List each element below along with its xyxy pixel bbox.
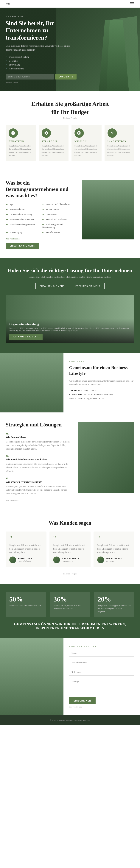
stat-box-3: 20% Sample text oder doppelklicken Sie, …: [94, 592, 134, 617]
stat-label-1: Stifter text. Click to select the text b…: [9, 604, 43, 607]
strategy-photo: [78, 422, 134, 493]
avatar-3: [97, 557, 104, 563]
solutions-desc: Sample text. Click to select the text bo…: [6, 276, 134, 278]
consulting-right: [82, 180, 134, 240]
card-strategie-title: STRATEGIE: [41, 140, 66, 143]
strategy-text-3: In einem ganz gewissen Sinn ist erstaunl…: [6, 485, 71, 495]
contact-form-label: KONTAKTIERE UNS: [69, 645, 134, 647]
stat-box-2: 36% Klicken Sie auf, um den Text zum Bea…: [50, 592, 90, 617]
cards-row: BERATUNG Sample text. Click to select th…: [6, 125, 134, 161]
logo: logo: [6, 2, 10, 5]
contact-desc: Wir sind hier, um zu geschäftlichen Anfo…: [69, 379, 134, 386]
list-item-3: 03.Lernen und Entwicklung: [6, 212, 38, 217]
money-icon: [11, 131, 16, 135]
hero-check-1: Organisationsberatung: [6, 56, 77, 58]
consulting-left: Was ist ein Beratungsunternehmen und was…: [6, 180, 75, 249]
hero-check-2: Coaching: [6, 60, 77, 62]
form-message-input[interactable]: [69, 678, 134, 693]
section-great: Erhalten Sie großartige Arbeit für Ihr B…: [0, 91, 140, 170]
testimonial-author-2: NAT REYNOLDS Hauptaktionär: [53, 557, 87, 563]
consulting-title: Was ist ein Beratungsunternehmen und was…: [6, 180, 75, 198]
contact-form-section: KONTAKTIERE UNS EINSCHICKEN Bild von Fre…: [63, 638, 140, 715]
hero-bottom-person: [0, 638, 63, 715]
testimonial-info-1: SASHA GREY Geschäftsführer: [18, 557, 32, 562]
stats-bottom: GEMEINSAM KÖNNEN WIR IHR UNTERNEHMEN ENT…: [6, 622, 134, 630]
testimonial-author-3: BOB ROBERTS Verkäufer: [97, 557, 131, 563]
list-item-7: 07.Fusionen und Übernahmen: [42, 202, 75, 207]
contact-address: STANDORT: 75 STREET SAMPLE, WI 63025: [69, 393, 134, 396]
gear-icon: [44, 131, 49, 135]
strategy-item-2: 02. Wir entwickeln Konzepte zum Leben In…: [6, 455, 71, 473]
section-stats: 50% Stifter text. Click to select the te…: [0, 584, 140, 638]
footer: © 2024 Business Consulting. All rights r…: [0, 715, 140, 725]
card-investition-text: Sample text. Click to select the text bo…: [108, 144, 132, 157]
testimonial-text-1: Sample text. Click to select the text bo…: [9, 544, 43, 554]
strategies-title: Strategien und Lösungen: [6, 422, 71, 428]
card-investition: INVESTITION Sample text. Click to select…: [105, 125, 135, 161]
navbar: logo: [0, 0, 140, 8]
hero-check-3: Entwicklung: [6, 63, 77, 66]
section-consulting: Was ist ein Beratungsunternehmen und was…: [0, 170, 140, 258]
team-btn[interactable]: ERFAHREN SIE MEHR: [9, 334, 43, 340]
contact-title: Gemeinsam für einen Business-Lifestyle: [69, 365, 134, 376]
form-submit-button[interactable]: EINSCHICKEN: [69, 697, 95, 704]
list-item-1: 01.Agi: [6, 202, 38, 207]
strategies-attribution: Alle von Freepik: [6, 499, 71, 501]
section-hero-bottom: KONTAKTIERE UNS EINSCHICKEN Bild von Fre…: [0, 638, 140, 715]
card-mission-text: Sample text. Click to select the text bo…: [75, 144, 99, 157]
testimonial-role-3: Verkäufer: [106, 560, 122, 562]
list-item-12: 12.Transformation: [42, 230, 75, 235]
stat-num-2: 36%: [54, 595, 87, 603]
strategy-title-2: Wir entwickeln Konzepte zum Leben: [6, 458, 71, 461]
strategy-title-3: Wir schaffen effiziente Resultate: [6, 480, 71, 484]
strategy-num-1: 01.: [6, 432, 71, 435]
testimonial-info-2: NAT REYNOLDS Hauptaktionär: [62, 557, 79, 562]
form-name-input[interactable]: [69, 650, 134, 656]
testimonial-author-1: SASHA GREY Geschäftsführer: [9, 557, 43, 563]
menu-bar: [130, 5, 134, 5]
investition-icon: [108, 128, 117, 138]
hero-attribution: Bild von Freepik: [6, 81, 77, 84]
strategies-right: [78, 422, 134, 501]
hero-email-input[interactable]: [6, 74, 54, 80]
quote-mark-2: ": [53, 535, 87, 542]
stat-box-1: 50% Stifter text. Click to select the te…: [6, 592, 46, 617]
great-title-1: Erhalten Sie großartige Arbeit: [6, 100, 134, 107]
testimonial-info-3: BOB ROBERTS Verkäufer: [106, 557, 122, 562]
stats-bottom-text: GEMEINSAM KÖNNEN WIR IHR UNTERNEHMEN ENT…: [6, 622, 134, 630]
strategy-num-2: 02.: [6, 455, 71, 458]
menu-bar: [130, 4, 134, 4]
testimonial-1: " Sample text. Click to select the text …: [6, 531, 47, 567]
footer-text: © 2024 Business Consulting. All rights r…: [6, 719, 134, 721]
form-email-input[interactable]: [69, 659, 134, 666]
card-mission-title: MISSION: [75, 140, 99, 143]
testimonial-role-1: Geschäftsführer: [18, 560, 32, 562]
avatar-1: [9, 557, 16, 563]
list-item-11: 11.Nachhaltigkeit und Verantwortung: [42, 222, 75, 229]
list-item-6: 06.Private Equity: [6, 230, 38, 235]
form-attribution: Bild von Freepik: [69, 706, 134, 708]
hero-cta-button[interactable]: LOSGEHT'S: [55, 74, 77, 80]
list-item-10: 10.Vertrieb und Marketing: [42, 217, 75, 222]
quote-mark-3: ": [97, 535, 131, 542]
strategy-item-1: 01. Wir formen Ideen Sie können ganz ein…: [6, 432, 71, 451]
team-photo: Organisationsberatung Sample text. Click…: [6, 295, 134, 343]
menu-icon[interactable]: [130, 2, 134, 5]
consulting-see-more[interactable]: Alle von Freepik: [6, 238, 75, 240]
stat-num-1: 50%: [9, 595, 43, 603]
testimonial-text-3: Sample text. Click to select the text bo…: [97, 544, 131, 554]
great-attribution: Bild von Freepik: [6, 117, 134, 119]
solutions-btn-1[interactable]: ERFAHREN SIE MEHR: [35, 283, 69, 289]
stats-row: 50% Stifter text. Click to select the te…: [6, 592, 134, 617]
contact-person: [0, 353, 63, 412]
beratung-icon: [8, 128, 18, 138]
great-title-2: für Ihr Budget: [6, 108, 134, 116]
solutions-btn-row: ERFAHREN SIE MEHR ERFAHREN SIE MEHR: [6, 283, 134, 289]
hero-checks: Organisationsberatung Coaching Entwicklu…: [6, 56, 77, 70]
avatar-2: [53, 557, 60, 563]
solutions-btn-2[interactable]: ERFAHREN SIE MEHR: [71, 283, 105, 289]
section-strategies: Strategien und Lösungen 01. Wir formen I…: [0, 412, 140, 511]
contact-photo: [0, 353, 63, 412]
consulting-btn[interactable]: ERFAHREN SIE MEHR: [6, 243, 39, 249]
form-phone-input[interactable]: [69, 669, 134, 676]
